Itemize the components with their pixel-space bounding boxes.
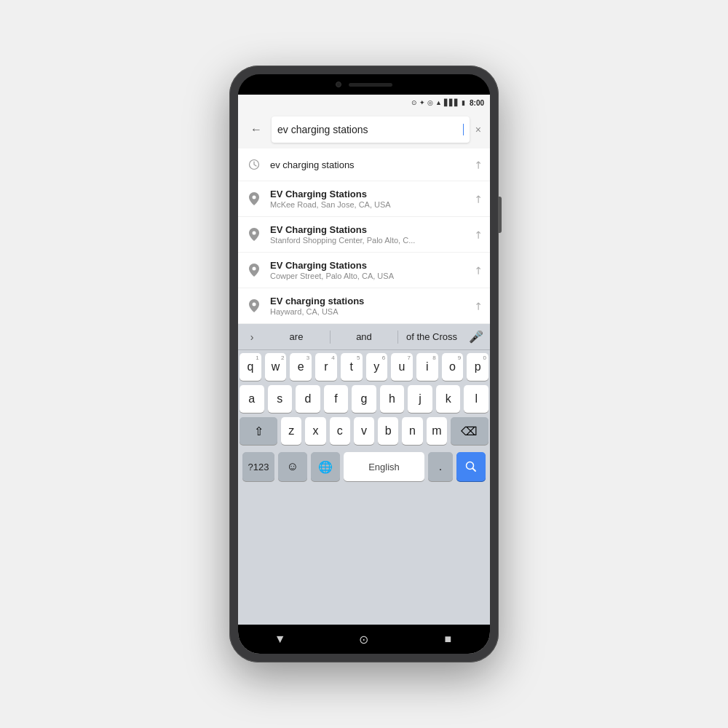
key-k[interactable]: k (436, 385, 461, 413)
key-b-label: b (385, 425, 392, 437)
kb-suggestion-2[interactable]: of the Cross (398, 328, 465, 345)
clock-icon (245, 156, 263, 173)
key-row-3: ⇧ z x c v b n m ⌫ (240, 417, 488, 445)
suggestion-item-2[interactable]: EV Charging Stations Stanford Shopping C… (238, 217, 490, 253)
key-c[interactable]: c (330, 417, 350, 445)
key-h[interactable]: h (380, 385, 405, 413)
key-l-label: l (475, 393, 478, 405)
globe-button[interactable]: 🌐 (311, 452, 340, 481)
microphone-button[interactable]: 🎤 (465, 326, 487, 348)
key-row-1: 1 q 2 w 3 e 4 r (240, 353, 488, 381)
key-r-num: 4 (331, 355, 334, 361)
space-bar[interactable]: English (344, 452, 424, 481)
key-q[interactable]: 1 q (240, 353, 261, 381)
key-e[interactable]: 3 e (290, 353, 312, 381)
suggestion-arrow-4: ↗ (471, 298, 486, 313)
suggestion-item-0[interactable]: ev charging stations ↗ (238, 149, 490, 181)
backspace-icon: ⌫ (461, 424, 478, 438)
shift-button[interactable]: ⇧ (240, 417, 277, 445)
emoji-button[interactable]: ☺ (278, 452, 307, 481)
key-p-label: p (475, 361, 481, 373)
key-v[interactable]: v (354, 417, 374, 445)
keyboard-suggestions-row: › are and of the Cross 🎤 (238, 324, 490, 350)
suggestion-text-0: ev charging stations (270, 159, 467, 170)
suggestion-text-3: EV Charging Stations Cowper Street, Palo… (270, 260, 467, 280)
kb-suggestion-0[interactable]: are (263, 328, 330, 345)
backspace-button[interactable]: ⌫ (451, 417, 488, 445)
phone-screen-container: ⊙ ✦ ◎ ▲ ▋▋▋ ▮ 8:00 ← ev charging station… (238, 74, 490, 654)
key-y-label: y (373, 361, 379, 373)
suggestion-subtitle-1: McKee Road, San Jose, CA, USA (270, 200, 467, 209)
text-cursor (463, 124, 464, 135)
suggestion-arrow-2: ↗ (471, 227, 486, 242)
key-w[interactable]: 2 w (265, 353, 287, 381)
svg-point-4 (253, 303, 256, 306)
pin-icon-4 (245, 297, 263, 314)
status-bar: ⊙ ✦ ◎ ▲ ▋▋▋ ▮ 8:00 (238, 95, 490, 111)
key-t[interactable]: 5 t (341, 353, 363, 381)
key-e-num: 3 (306, 355, 309, 361)
key-x[interactable]: x (305, 417, 325, 445)
key-u-num: 7 (407, 355, 410, 361)
target-icon: ◎ (427, 99, 433, 106)
signal-icon: ▋▋▋ (444, 99, 459, 106)
key-k-label: k (446, 393, 451, 405)
key-c-label: c (337, 425, 343, 437)
key-i[interactable]: 8 i (416, 353, 438, 381)
nav-recent-button[interactable]: ■ (430, 633, 466, 646)
key-r-label: r (324, 361, 328, 373)
search-enter-button[interactable] (456, 452, 486, 481)
pin-icon-1 (245, 190, 263, 207)
nav-home-button[interactable]: ⊙ (346, 633, 382, 646)
key-d[interactable]: d (296, 385, 320, 413)
key-f-label: f (334, 393, 337, 405)
key-g[interactable]: g (352, 385, 376, 413)
key-y[interactable]: 6 y (366, 353, 388, 381)
period-key[interactable]: . (428, 452, 453, 481)
suggestion-item-1[interactable]: EV Charging Stations McKee Road, San Jos… (238, 181, 490, 217)
search-input[interactable]: ev charging stations (277, 124, 462, 135)
key-o-label: o (449, 361, 456, 373)
suggestion-title-4: EV charging stations (270, 296, 467, 306)
phone-device: ⊙ ✦ ◎ ▲ ▋▋▋ ▮ 8:00 ← ev charging station… (229, 66, 499, 662)
speaker-bar (349, 83, 392, 87)
keyboard-expand-button[interactable]: › (241, 326, 263, 348)
suggestions-list: ev charging stations ↗ EV Charging Stati… (238, 149, 490, 324)
key-w-num: 2 (281, 355, 284, 361)
key-r[interactable]: 4 r (315, 353, 337, 381)
key-d-label: d (304, 393, 311, 405)
key-j[interactable]: j (408, 385, 432, 413)
suggestion-arrow-1: ↗ (471, 191, 486, 206)
key-z[interactable]: z (281, 417, 301, 445)
key-n[interactable]: n (402, 417, 422, 445)
search-input-container[interactable]: ev charging stations (272, 116, 470, 143)
key-p[interactable]: 0 p (467, 353, 488, 381)
key-b[interactable]: b (378, 417, 398, 445)
kb-suggestion-1[interactable]: and (331, 328, 397, 345)
key-q-label: q (247, 361, 253, 373)
status-time: 8:00 (470, 99, 484, 107)
key-l[interactable]: l (464, 385, 488, 413)
key-t-label: t (349, 361, 352, 373)
suggestion-title-2: EV Charging Stations (270, 224, 467, 235)
nav-back-button[interactable]: ▼ (262, 633, 298, 646)
key-o[interactable]: 9 o (442, 353, 464, 381)
suggestion-text-4: EV charging stations Hayward, CA, USA (270, 296, 467, 316)
suggestion-item-3[interactable]: EV Charging Stations Cowper Street, Palo… (238, 253, 490, 288)
search-back-button[interactable]: ← (245, 119, 267, 141)
key-123-button[interactable]: ?123 (242, 452, 274, 481)
svg-line-6 (473, 469, 476, 472)
pin-icon-3 (245, 261, 263, 279)
key-u[interactable]: 7 u (391, 353, 413, 381)
key-t-num: 5 (357, 355, 360, 361)
keyboard: › are and of the Cross 🎤 1 q (238, 324, 490, 625)
key-j-label: j (419, 393, 422, 405)
key-f[interactable]: f (324, 385, 349, 413)
key-s[interactable]: s (268, 385, 293, 413)
keyboard-bottom-row: ?123 ☺ 🌐 English . (240, 449, 488, 486)
suggestion-item-4[interactable]: EV charging stations Hayward, CA, USA ↗ (238, 288, 490, 324)
search-clear-button[interactable]: × (474, 122, 483, 137)
key-m[interactable]: m (427, 417, 447, 445)
status-icons: ⊙ ✦ ◎ ▲ ▋▋▋ ▮ (411, 99, 465, 106)
key-a[interactable]: a (240, 385, 264, 413)
